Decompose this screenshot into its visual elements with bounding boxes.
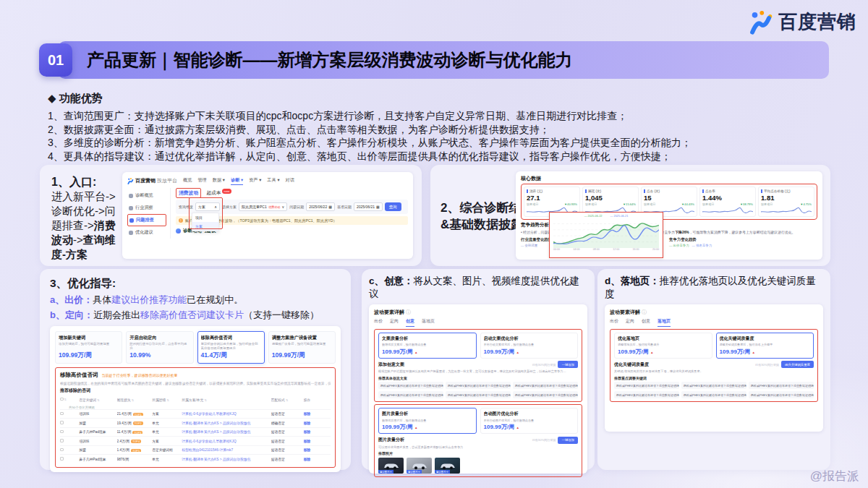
- up-arrow-icon: ▲: [752, 351, 754, 354]
- cell-plan-link[interactable]: 计算机-翻译单某代办KS > 品牌词自动投放包: [182, 457, 271, 461]
- cell-loss: 1.4万/周: [117, 448, 130, 452]
- metric-change: ▼38.79%: [740, 202, 753, 206]
- card-copy-auto[interactable]: 启动文案优化分析 开启自动文案优化后，预估新增点击量 109.99万/周 ▲: [480, 333, 579, 359]
- copy-suggestion-chip[interactable]: 昂科威PHEV真的比燃油车还省？这些数据证明绝超了: [378, 382, 443, 389]
- element-tab[interactable]: 出价: [610, 318, 618, 327]
- element-tab[interactable]: 定向: [626, 318, 634, 327]
- keyword-suggestion-chip[interactable]: 昂科威PHEV真的比燃油车还省？这些数据证明绝超了: [749, 382, 814, 389]
- keyword-suggestion-chip[interactable]: 昂科威PHEV真的比燃油车还省？这些数据证明绝超了: [614, 382, 679, 389]
- row-checkbox[interactable]: [60, 412, 64, 416]
- element-tab[interactable]: 创意: [406, 318, 414, 327]
- col-negword[interactable]: 否定关键词: [79, 398, 116, 402]
- sidebar-item-problem-check[interactable]: 问题排查: [127, 214, 166, 226]
- remove-link[interactable]: 移除: [304, 421, 326, 425]
- sidebar-item-optimize-suggest[interactable]: 优化建议: [127, 226, 170, 239]
- element-tab[interactable]: 落地页: [422, 318, 435, 327]
- col-plan[interactable]: 所属方案/单元: [182, 398, 271, 402]
- element-tab[interactable]: 创意: [642, 318, 650, 327]
- card-add-keywords[interactable]: 增加新关键词 添加关键词后，预估可能新增展现量 109.99万/周: [55, 331, 122, 364]
- menu-item-plan[interactable]: 方案: [192, 222, 218, 231]
- suggested-image[interactable]: 建议图尺寸: [407, 458, 432, 474]
- suggested-image[interactable]: 建议图尺寸: [378, 458, 404, 474]
- card-image-quality[interactable]: 图片质量分析 新增优质图片后，预估新增点击量 109.99万/周 ▲: [378, 408, 477, 434]
- keyword-suggestion-chip[interactable]: 昂科威PHEV真的比燃油车还省？这些数据证明绝超了: [614, 391, 679, 398]
- search-button[interactable]: 查询: [385, 202, 401, 211]
- chart-x-ticks: 00:0004:0008:0012:0016:0020:00: [553, 248, 659, 251]
- copy-suggestion-chip[interactable]: 昂科威PHEV真的比燃油车还省？这些数据证明绝超了: [446, 391, 511, 398]
- tab-consume-fluctuation[interactable]: 消费波动: [176, 188, 201, 198]
- col-mode[interactable]: 匹配模式: [271, 398, 304, 402]
- detail-title: 波动要素详解 ⓘ: [610, 309, 818, 316]
- sidebar-item-diagnosis-overview[interactable]: 诊断概览: [127, 189, 170, 202]
- query-dim-select[interactable]: 方案∧: [195, 202, 220, 211]
- metric-change: ▼4.75%: [800, 202, 812, 206]
- mini-nav-item[interactable]: 数据 ▾: [213, 177, 225, 185]
- base-date-input[interactable]: 2025/06/21▦: [354, 202, 383, 211]
- chart-legend-problem-date: — 2025-06-22: [584, 214, 603, 218]
- col-level[interactable]: 所属层级: [152, 398, 182, 402]
- plan-select[interactable]: 阳光房流量PC1消费波动∨: [239, 202, 287, 211]
- panel-landing: d、落地页：推荐优化落地页以及优化关键词质量度 波动要素详解 ⓘ 出价定向创意落…: [597, 269, 830, 470]
- tab-over-cost[interactable]: 超成本new: [206, 189, 231, 197]
- metric-name: 点击 (次): [647, 189, 660, 193]
- keyword-suggestion-chip[interactable]: 昂科威PHEV真的比燃油车还省？这些数据证明绝超了: [749, 391, 814, 398]
- cell-plan-link[interactable]: 计算机-翻译单某代办KS > 品牌词自动投放包: [182, 429, 271, 434]
- cell-plan-link[interactable]: 模型检测自0412101546-计算mk7: [182, 448, 271, 452]
- card-auto-targeting[interactable]: 开启自动定向 您的同行使用自动定向后，点击率平均提升 10.99%: [126, 331, 193, 364]
- keyword-suggestion-chip[interactable]: 昂科威PHEV真的比燃油车还省？这些数据证明绝超了: [681, 382, 746, 389]
- card-adjust-device[interactable]: 调整方案推广设备设置 调整推广设备后，预估可能新增展现量 109.99万/周: [268, 331, 336, 364]
- remove-link[interactable]: 移除: [304, 439, 326, 443]
- remove-link[interactable]: 移除: [304, 448, 326, 452]
- row-checkbox[interactable]: [60, 421, 64, 424]
- mini-nav-item[interactable]: 对话: [286, 177, 294, 185]
- warning-icon: !: [179, 218, 183, 223]
- problem-date-input[interactable]: 2025/06/22▦: [306, 202, 335, 211]
- col-action: 操作: [304, 398, 326, 402]
- remove-link[interactable]: 移除: [304, 457, 326, 461]
- copy-suggestion-chip[interactable]: 昂科威PHEV真的比燃油车还省？这些数据证明绝超了: [446, 382, 511, 389]
- row-checkbox[interactable]: [60, 430, 64, 434]
- mini-nav-item[interactable]: 诊断 ▾: [231, 177, 243, 185]
- copy-suggestion-chip[interactable]: 昂科威PHEV真的比燃油车还省？这些数据证明绝超了: [378, 391, 443, 398]
- card-keyword-quality[interactable]: 优化关键词质量度 调整关键词质量度后，预估排名上升概率 109.99万/周 ▲: [716, 333, 814, 359]
- up-arrow-icon: ▲: [516, 351, 519, 354]
- cell-plan-link[interactable]: 计算机-翻译单某代办KS > 品牌词自动投放包: [182, 421, 271, 425]
- copy-suggestion-chip[interactable]: 昂科威PHEV真的比燃油车还省？这些数据证明绝超了: [513, 382, 578, 389]
- mini-nav-item[interactable]: 管理: [197, 177, 206, 185]
- row-checkbox[interactable]: [60, 439, 64, 442]
- negword-season-tip: 当前处于行业旺季，建议移除否词以便更好抢量: [102, 373, 178, 377]
- element-tab[interactable]: 定向: [390, 318, 399, 327]
- one-click-add-button[interactable]: 一键添加: [558, 437, 578, 444]
- cell-plan-link[interactable]: 计算机-0-6岁学前幼儿早教课程KJQ: [182, 439, 271, 443]
- mini-nav-item[interactable]: 工具 ▾: [267, 177, 279, 185]
- remove-link[interactable]: 移除: [304, 429, 326, 434]
- col-loss[interactable]: 展现损失: [117, 398, 153, 402]
- select-all-checkbox[interactable]: [60, 398, 64, 401]
- one-click-add-button[interactable]: 一键添加: [558, 361, 578, 368]
- negword-rows: 培训班 21.4万/周TOP1 方案 计算机-0-6岁学前幼儿早教课程KJQ 短…: [60, 409, 331, 463]
- query-form: 查询维度 方案∧ 选择方案 阳光房流量PC1消费波动∨ 问题日期 2025/06…: [176, 200, 408, 214]
- remove-link[interactable]: 移除: [304, 411, 326, 416]
- element-tab[interactable]: 出价: [374, 318, 383, 327]
- element-tab[interactable]: 落地页: [658, 318, 671, 327]
- row-checkbox[interactable]: [60, 457, 64, 461]
- table-header-row: 否定关键词 展现损失 所属层级 所属方案/单元 匹配模式 操作: [60, 395, 331, 404]
- menu-item-project[interactable]: 项目: [192, 213, 218, 222]
- mini-nav-item[interactable]: 概览: [183, 177, 192, 185]
- mini-nav-item[interactable]: 资产 ▾: [249, 177, 261, 185]
- sidebar-item-industry-insight[interactable]: 行业洞察: [127, 202, 170, 214]
- improve-keyword-quality-button[interactable]: 提升关键词质量度: [781, 361, 814, 368]
- cell-plan-link[interactable]: 计算机-0-6岁学前幼儿早教课程KJQ: [182, 411, 271, 416]
- top-badge: TOP1: [133, 413, 143, 416]
- card-optimize-landing[interactable]: 优化落地页 调整落地页后，预估转化量提升 109.99万/周 ▲: [614, 333, 712, 359]
- copy-suggestion-chip[interactable]: 昂科威PHEV真的比燃油车还省？这些数据证明绝超了: [513, 391, 578, 398]
- entry-path-mid: ->: [73, 234, 83, 246]
- card-image-auto[interactable]: 自动图片优化分析 开启自动图片优化后，预估新增点击量 109.99万/周 ▲: [480, 408, 579, 434]
- keyword-suggestion-chip[interactable]: 昂科威PHEV真的比燃油车还省？这些数据证明绝超了: [681, 391, 746, 398]
- card-copy-quality[interactable]: 文案质量分析 新增优质文案后，预估新增点击量 109.99万/周 ▲: [378, 333, 477, 359]
- card-remove-negwords[interactable]: 移除高价值否词 建议移除否词以提升展现，预估移除全部高价值否词后展现量提升 41…: [197, 331, 265, 364]
- cell-level: 方案: [152, 411, 182, 416]
- row-checkbox[interactable]: [60, 448, 64, 452]
- chevron-down-icon: ∨: [281, 205, 284, 209]
- suggested-image[interactable]: 建议图尺寸: [435, 458, 460, 474]
